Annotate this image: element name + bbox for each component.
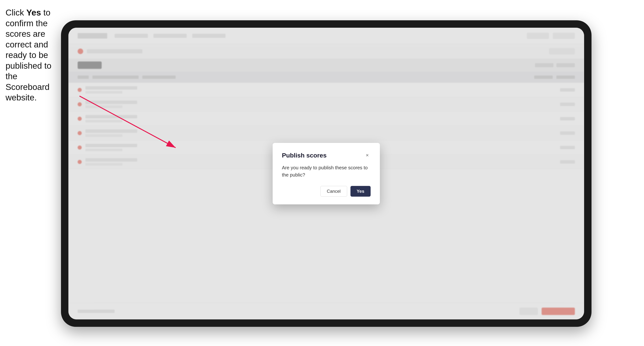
publish-scores-modal: Publish scores × Are you ready to publis… <box>273 143 380 204</box>
modal-overlay: Publish scores × Are you ready to publis… <box>68 28 584 319</box>
tablet-device: Publish scores × Are you ready to publis… <box>61 20 592 327</box>
cancel-button[interactable]: Cancel <box>320 186 347 197</box>
yes-button[interactable]: Yes <box>350 186 370 197</box>
modal-title: Publish scores <box>282 152 326 159</box>
modal-body-text: Are you ready to publish these scores to… <box>282 164 370 178</box>
tablet-screen: Publish scores × Are you ready to publis… <box>68 28 584 319</box>
instruction-text: Click Yes to confirm the scores are corr… <box>6 7 59 103</box>
modal-close-button[interactable]: × <box>364 152 370 159</box>
modal-header: Publish scores × <box>282 152 370 159</box>
modal-footer: Cancel Yes <box>282 186 370 197</box>
